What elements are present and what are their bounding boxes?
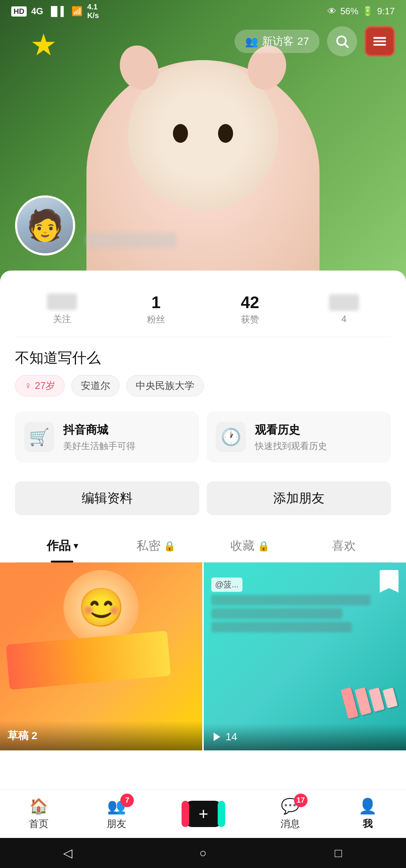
hd-badge: HD: [11, 6, 27, 17]
svg-line-1: [345, 44, 348, 48]
profile-card: 关注 1 粉丝 42 获赞 4 不知道写什么 ♀ 27岁 安道尔 中央民族大学: [0, 271, 406, 563]
tag-school-text: 中央民族大学: [136, 379, 194, 392]
nav-profile-label: 我: [363, 817, 373, 830]
battery-pct: 56%: [340, 6, 358, 17]
back-button[interactable]: ◁: [53, 842, 83, 864]
stats-row: 关注 1 粉丝 42 获赞 4: [15, 286, 391, 337]
video2-text-1: [211, 595, 370, 605]
shop-texts: 抖音商城 美好生活触手可得: [63, 422, 135, 452]
visitor-count: 27: [297, 35, 309, 47]
tab-likes[interactable]: 喜欢: [297, 530, 391, 562]
nav-add[interactable]: +: [185, 801, 222, 827]
nav-friends[interactable]: 👥 朋友 7: [107, 797, 126, 830]
nav-home-label: 首页: [29, 817, 48, 830]
menu-icon: [371, 33, 388, 50]
bottom-nav: 🏠 首页 👥 朋友 7 + 💬 消息 17 👤 我: [0, 789, 406, 838]
nav-messages-label: 消息: [280, 817, 300, 830]
add-icon: +: [198, 804, 208, 823]
messages-badge: 17: [294, 794, 308, 807]
tag-age-text: 27岁: [35, 379, 56, 392]
visitor-icon: 👥: [245, 35, 258, 48]
wifi-icon: 📶: [71, 6, 83, 17]
video-grid: 😊 草稿 2 @菠... 14: [0, 563, 406, 750]
avatar[interactable]: 🧑: [15, 195, 75, 256]
nav-profile[interactable]: 👤 我: [358, 797, 377, 830]
stat-following-label: 关注: [53, 313, 71, 325]
video2-text-2: [211, 608, 342, 619]
stat-likes[interactable]: 42 获赞: [203, 293, 297, 325]
tab-private-label: 私密: [136, 538, 161, 554]
search-button[interactable]: [327, 26, 357, 56]
video2-text-3: [211, 622, 352, 632]
tag-school[interactable]: 中央民族大学: [126, 375, 204, 396]
tab-likes-label: 喜欢: [332, 538, 356, 554]
svg-point-0: [337, 36, 346, 45]
video-item-1[interactable]: 😊 草稿 2: [0, 563, 202, 750]
video2-user-tag: @菠...: [211, 578, 242, 592]
visitor-label: 新访客: [262, 34, 294, 48]
video2-overlay: 14: [204, 723, 406, 750]
history-texts: 观看历史 快速找到观看历史: [255, 422, 327, 452]
recent-button[interactable]: □: [323, 842, 353, 864]
stat-other-value-blurred: [329, 294, 359, 311]
nav-home[interactable]: 🏠 首页: [29, 797, 48, 830]
tab-works-label: 作品: [47, 538, 71, 554]
shop-icon: 🛒: [24, 422, 54, 452]
avatar-area: 🧑: [15, 195, 177, 256]
status-bar: HD 4G ▐▌▌ 📶 4.1K/s 👁 56% 🔋 9:17: [0, 0, 406, 23]
tab-collection[interactable]: 收藏 🔒: [203, 530, 297, 562]
nav-messages[interactable]: 💬 消息 17: [280, 797, 300, 830]
tab-works[interactable]: 作品 ▾: [15, 530, 109, 562]
shop-subtitle: 美好生活触手可得: [63, 440, 135, 452]
add-friend-button[interactable]: 添加朋友: [207, 481, 391, 515]
lock-icon-private: 🔒: [164, 540, 176, 552]
quick-links: 🛒 抖音商城 美好生活触手可得 🕐 观看历史 快速找到观看历史: [15, 408, 391, 474]
tab-collection-label: 收藏: [230, 538, 255, 554]
stat-likes-value: 42: [241, 293, 259, 312]
action-buttons: 编辑资料 添加朋友: [15, 474, 391, 526]
draft-badge: 草稿 2: [8, 729, 37, 743]
stat-following-value-blurred: [47, 293, 77, 310]
android-nav: ◁ ○ □: [0, 838, 406, 868]
video-item-2[interactable]: @菠... 14: [204, 563, 406, 750]
shop-link[interactable]: 🛒 抖音商城 美好生活触手可得: [15, 411, 199, 463]
tag-location-text: 安道尔: [81, 379, 110, 392]
search-icon: [335, 34, 350, 49]
stat-fans-label: 粉丝: [147, 313, 165, 325]
home-icon: 🏠: [29, 797, 48, 815]
clock: 9:17: [377, 6, 395, 17]
status-right: 👁 56% 🔋 9:17: [327, 6, 395, 17]
home-button[interactable]: ○: [188, 842, 218, 864]
history-link[interactable]: 🕐 观看历史 快速找到观看历史: [207, 411, 391, 463]
stat-following[interactable]: 关注: [15, 293, 109, 325]
username-blurred: [86, 233, 177, 248]
network-icon: 4G: [31, 6, 43, 17]
speed: 4.1K/s: [87, 3, 99, 20]
video1-decoration: [6, 631, 171, 690]
add-button[interactable]: +: [185, 801, 222, 827]
lock-icon-collection: 🔒: [258, 540, 270, 552]
tab-private[interactable]: 私密 🔒: [109, 530, 203, 562]
play-icon: [211, 731, 223, 742]
visitor-button[interactable]: 👥 新访客 27: [235, 30, 320, 53]
stat-other-label: 4: [341, 314, 346, 324]
tag-location[interactable]: 安道尔: [71, 375, 120, 396]
top-action-bar: 👥 新访客 27: [0, 26, 406, 56]
video2-info: @菠...: [204, 570, 406, 643]
play-count: 14: [211, 731, 237, 743]
menu-button[interactable]: [365, 26, 395, 56]
stat-fans[interactable]: 1 粉丝: [109, 293, 203, 325]
stat-other[interactable]: 4: [297, 294, 391, 324]
svg-marker-5: [214, 733, 220, 741]
friends-badge: 7: [120, 794, 134, 807]
tag-age[interactable]: ♀ 27岁: [15, 375, 65, 396]
eye-icon: 👁: [327, 6, 336, 17]
gender-icon: ♀: [24, 380, 32, 392]
battery-icon: 🔋: [362, 6, 373, 17]
profile-icon: 👤: [358, 797, 377, 815]
history-icon: 🕐: [216, 422, 246, 452]
shop-title: 抖音商城: [63, 422, 135, 438]
edit-profile-button[interactable]: 编辑资料: [15, 481, 199, 515]
stat-likes-label: 获赞: [241, 313, 259, 325]
stat-fans-value: 1: [151, 293, 161, 312]
